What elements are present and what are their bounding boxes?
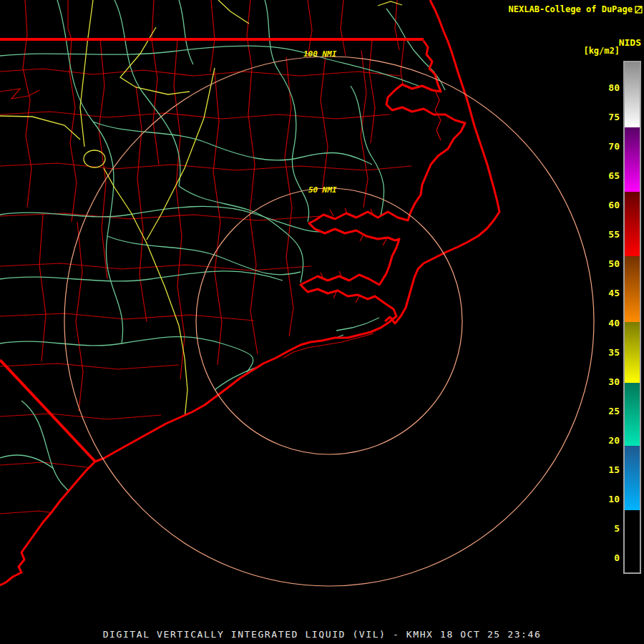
range-ring-label-50nmi: 50 NMI <box>308 185 337 195</box>
coastline <box>0 0 499 585</box>
colorbar-tick: 50 <box>608 258 620 269</box>
colorbar-tick: 80 <box>608 82 620 93</box>
range-rings <box>64 57 594 586</box>
units-label: [kg/m2] <box>583 46 620 56</box>
colorbar-tick: 25 <box>608 406 620 416</box>
radar-display: 100 NMI 50 NMI NEXLAB-College of DuPage … <box>0 0 644 644</box>
road-network <box>0 0 419 558</box>
colorbar <box>623 61 641 574</box>
colorbar-tick: 70 <box>608 141 620 152</box>
colorbar-gradient <box>625 62 640 572</box>
colorbar-tick: 20 <box>608 435 620 446</box>
product-label: NIDS <box>619 37 641 48</box>
title-bar: NEXLAB-College of DuPage <box>509 4 643 14</box>
colorbar-tick: 5 <box>614 523 620 534</box>
nexlab-logo-icon <box>635 6 643 14</box>
colorbar-tick: 45 <box>608 288 620 298</box>
colorbar-tick: 60 <box>608 200 620 210</box>
colorbar-tick: 30 <box>608 376 620 387</box>
state-borders <box>0 39 424 462</box>
county-boundaries <box>0 0 411 517</box>
colorbar-tick: 35 <box>608 347 620 358</box>
colorbar-tick: 15 <box>608 464 620 475</box>
range-ring-label-100nmi: 100 NMI <box>303 49 337 59</box>
colorbar-tick: 55 <box>608 229 620 240</box>
colorbar-tick: 40 <box>608 318 620 328</box>
estuary-detail <box>283 90 441 358</box>
app-title: NEXLAB-College of DuPage <box>509 4 633 14</box>
product-caption: DIGITAL VERTICALLY INTEGRATED LIQUID (VI… <box>0 629 644 640</box>
colorbar-tick: 10 <box>608 494 620 504</box>
colorbar-tick: 0 <box>614 552 620 563</box>
range-ring-50nmi <box>196 188 462 454</box>
range-ring-100nmi <box>64 57 594 586</box>
colorbar-tick: 65 <box>608 170 620 181</box>
colorbar-tick: 75 <box>608 112 620 122</box>
radar-map: 100 NMI 50 NMI <box>0 0 644 644</box>
